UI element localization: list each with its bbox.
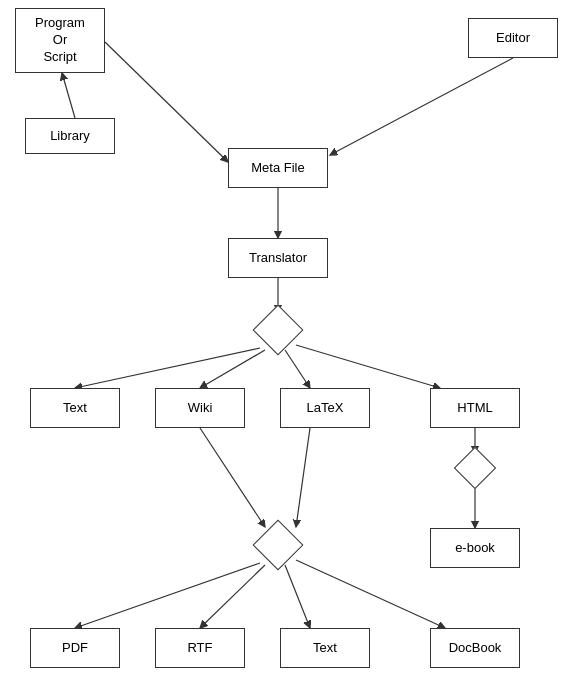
svg-line-7 [75, 348, 260, 388]
text1-box: Text [30, 388, 120, 428]
html-box: HTML [430, 388, 520, 428]
diagram: Program Or Script Editor Library Meta Fi… [0, 0, 582, 698]
metafile-box: Meta File [228, 148, 328, 188]
diamond-2 [253, 520, 304, 571]
wiki-box: Wiki [155, 388, 245, 428]
library-box: Library [25, 118, 115, 154]
svg-line-16 [285, 565, 310, 628]
svg-line-3 [105, 42, 228, 162]
text2-box: Text [280, 628, 370, 668]
rtf-box: RTF [155, 628, 245, 668]
ebook-box: e-book [430, 528, 520, 568]
svg-line-18 [200, 428, 265, 527]
docbook-box: DocBook [430, 628, 520, 668]
arrows-svg [0, 0, 582, 698]
svg-line-17 [296, 560, 445, 628]
editor-box: Editor [468, 18, 558, 58]
latex-box: LaTeX [280, 388, 370, 428]
svg-line-10 [296, 345, 440, 388]
svg-line-15 [200, 565, 265, 628]
translator-box: Translator [228, 238, 328, 278]
program-box: Program Or Script [15, 8, 105, 73]
diamond-3 [454, 447, 496, 489]
svg-line-13 [296, 428, 310, 527]
svg-line-8 [200, 350, 265, 388]
svg-line-9 [285, 350, 310, 388]
svg-line-4 [62, 73, 75, 118]
svg-line-2 [330, 58, 513, 155]
pdf-box: PDF [30, 628, 120, 668]
svg-line-14 [75, 563, 260, 628]
diamond-1 [253, 305, 304, 356]
